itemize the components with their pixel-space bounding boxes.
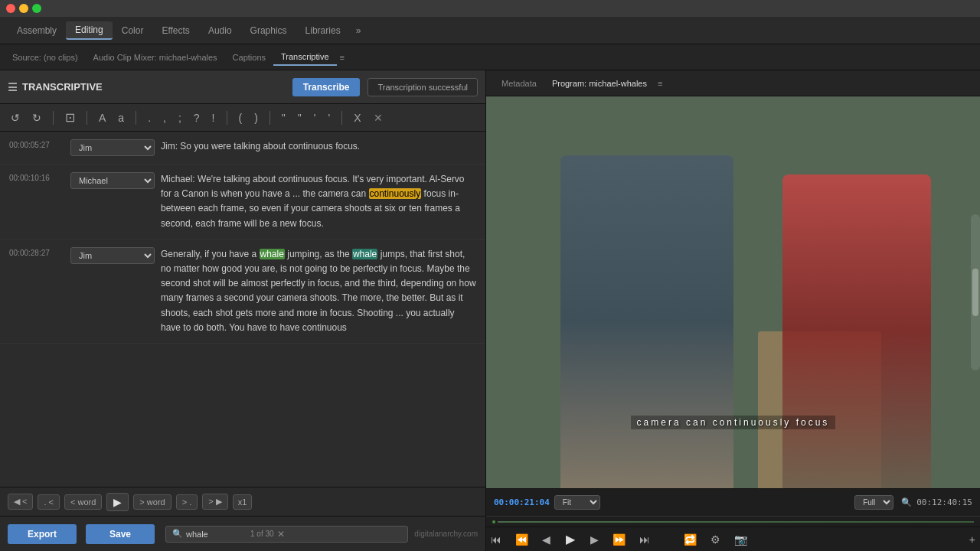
lowercase-button[interactable]: a [115, 110, 127, 126]
paren-open-button[interactable]: ( [236, 110, 246, 126]
segment-3-speaker-select[interactable]: Jim Michael [70, 247, 155, 264]
fit-selector[interactable]: Fit 25% 50% 100% [554, 495, 600, 510]
tab-audio-clip-mixer[interactable]: Audio Clip Mixer: michael-whales [86, 50, 225, 65]
tab-source[interactable]: Source: (no clips) [5, 50, 86, 65]
search-clear-button[interactable]: ✕ [277, 529, 285, 540]
tab-metadata[interactable]: Metadata [494, 76, 544, 91]
tab-bar: Source: (no clips) Audio Clip Mixer: mic… [0, 44, 980, 70]
play-pause-button[interactable]: ▶ [560, 530, 581, 548]
go-to-start-button[interactable]: ⏮ [486, 532, 506, 547]
window-controls[interactable] [6, 4, 41, 13]
clear-button[interactable]: X [351, 110, 364, 126]
search-box[interactable]: 🔍 1 of 30 ✕ [165, 526, 408, 543]
select-tool-button[interactable]: ⊡ [62, 109, 78, 126]
exclamation-button[interactable]: ! [209, 110, 218, 126]
settings-button[interactable]: ⚙ [706, 532, 725, 547]
segment-3-timecode: 00:00:28:27 [9, 247, 70, 335]
segment-2-timecode: 00:00:10:16 [9, 172, 70, 231]
current-timecode: 00:00:21:04 [494, 497, 550, 507]
uppercase-button[interactable]: A [96, 110, 109, 126]
segment-2-text: Michael: We're talking about continuous … [161, 172, 476, 231]
comma-button[interactable]: , [160, 110, 169, 126]
export-frame-button[interactable]: 📷 [730, 532, 752, 547]
loop-button[interactable]: 🔁 [679, 532, 701, 547]
apos-close-button[interactable]: ' [325, 110, 334, 126]
add-marker-button[interactable]: + [965, 532, 980, 547]
play-button-nav[interactable]: ▶ [106, 493, 129, 511]
segment-2-speaker-select[interactable]: Michael Jim [70, 172, 155, 189]
word-back-button[interactable]: . < [38, 494, 60, 510]
watermark-text: digitalanarchy.com [414, 530, 478, 538]
caption-text: camera can continuously focus [631, 416, 836, 429]
program-monitor-panel: Metadata Program: michael-whales ≡ camer… [486, 70, 980, 551]
apos-open-button[interactable]: ' [311, 110, 319, 126]
nav-audio[interactable]: Audio [199, 22, 241, 39]
top-navigation: Assembly Editing Color Effects Audio Gra… [0, 17, 980, 44]
segment-1-speaker-select[interactable]: Jim Michael [70, 139, 155, 156]
save-button[interactable]: Save [86, 524, 155, 544]
nav-assembly[interactable]: Assembly [8, 22, 66, 39]
undo-button[interactable]: ↺ [8, 110, 23, 126]
transcriptive-nav-controls: ◀ < . < < word ▶ > word > . > ▶ x1 [0, 487, 485, 516]
export-button[interactable]: Export [8, 524, 77, 544]
period-button[interactable]: . [145, 110, 154, 126]
go-to-end-button[interactable]: ⏭ [635, 532, 655, 547]
fwd-one-frame-button[interactable]: ▶ [586, 532, 603, 547]
tab-transcriptive[interactable]: Transcriptive [273, 49, 337, 66]
nav-more-icon[interactable]: » [350, 22, 368, 39]
nav-effects[interactable]: Effects [152, 22, 198, 39]
search-count: 1 of 30 [250, 530, 274, 538]
nav-libraries[interactable]: Libraries [296, 22, 350, 39]
close-button[interactable] [6, 4, 15, 13]
step-back-button[interactable]: ⏪ [511, 532, 533, 547]
clear-all-button[interactable]: ✕ [371, 110, 386, 126]
zoom-icon[interactable]: 🔍 [901, 497, 912, 507]
person-fwd-button[interactable]: > ▶ [202, 494, 227, 510]
timeline-bar [498, 521, 974, 523]
word-fwd-dot[interactable]: > . [176, 494, 198, 510]
tab-captions[interactable]: Captions [225, 50, 273, 65]
minimize-button[interactable] [19, 4, 28, 13]
word-fwd-label[interactable]: > word [133, 494, 171, 510]
transcribe-button[interactable]: Transcribe [292, 78, 361, 96]
continuously-highlight: continuously [369, 188, 422, 199]
scrollbar-thumb [972, 269, 978, 315]
program-monitor-menu-icon[interactable]: ≡ [658, 79, 662, 88]
video-frame: camera can continuously focus [486, 96, 980, 488]
segment-3-speaker[interactable]: Jim Michael [70, 247, 155, 335]
person-back-button[interactable]: ◀ < [8, 494, 33, 510]
playback-speed[interactable]: x1 [233, 494, 253, 510]
video-controls-bar: 00:00:21:04 Fit 25% 50% 100% Full 1/2 1/… [486, 488, 980, 516]
total-timecode: 00:12:40:15 [916, 497, 972, 507]
transcriptive-content[interactable]: 00:00:05:27 Jim Michael Jim: So you were… [0, 132, 485, 487]
nav-color[interactable]: Color [113, 22, 153, 39]
nav-graphics[interactable]: Graphics [241, 22, 296, 39]
marker-dot [492, 520, 495, 523]
nav-editing[interactable]: Editing [66, 21, 113, 40]
transcriptive-header: ☰ TRANSCRIPTIVE Transcribe Transcription… [0, 70, 485, 104]
toolbar-separator-5 [270, 111, 270, 125]
tab-program-monitor[interactable]: Program: michael-whales [544, 76, 655, 91]
titlebar [0, 0, 980, 17]
segment-2-speaker[interactable]: Michael Jim [70, 172, 155, 231]
semicolon-button[interactable]: ; [175, 110, 185, 126]
paren-close-button[interactable]: ) [251, 110, 261, 126]
redo-button[interactable]: ↻ [29, 110, 44, 126]
segment-1-speaker[interactable]: Jim Michael [70, 139, 155, 156]
quote-close-button[interactable]: " [295, 110, 305, 126]
step-fwd-button[interactable]: ⏩ [608, 532, 630, 547]
maximize-button[interactable] [32, 4, 41, 13]
transcriptive-menu-icon[interactable]: ≡ [340, 53, 345, 62]
toolbar-separator-2 [87, 111, 87, 125]
video-caption-overlay: camera can continuously focus [511, 416, 956, 429]
transcriptive-menu-button[interactable]: ☰ [8, 81, 18, 93]
quote-open-button[interactable]: " [279, 110, 289, 126]
scrollbar-indicator[interactable] [971, 214, 980, 371]
full-selector[interactable]: Full 1/2 1/4 [854, 495, 893, 510]
word-back-label[interactable]: < word [64, 494, 102, 510]
timeline-markers-strip [486, 516, 980, 527]
back-one-frame-button[interactable]: ◀ [537, 532, 555, 547]
segment-3: 00:00:28:27 Jim Michael Generally, if yo… [0, 240, 485, 344]
question-button[interactable]: ? [191, 110, 203, 126]
search-input[interactable] [186, 530, 247, 539]
